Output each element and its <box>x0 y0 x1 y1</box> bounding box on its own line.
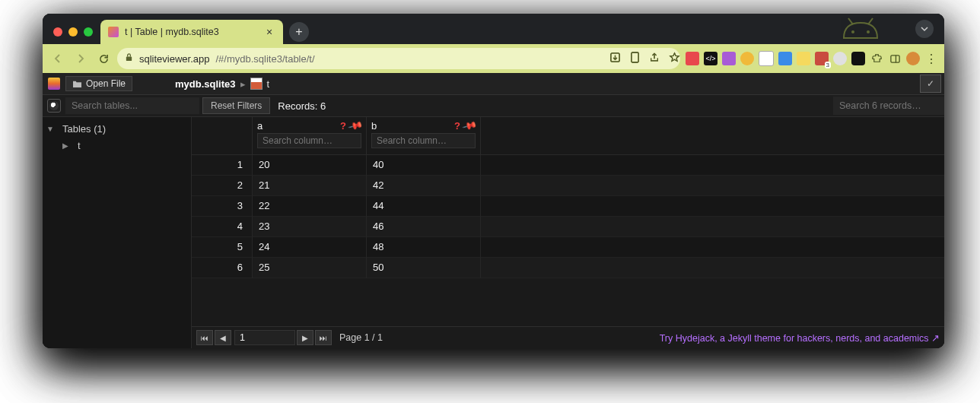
cell[interactable]: 42 <box>367 176 481 196</box>
sidebar-item-label: t <box>78 140 81 151</box>
open-file-button[interactable]: Open File <box>65 76 132 91</box>
cell[interactable]: 22 <box>253 196 367 217</box>
reader-icon[interactable] <box>628 52 641 65</box>
install-app-icon[interactable] <box>609 52 621 65</box>
chevron-down-icon: ▼ <box>43 125 58 133</box>
extension-icon[interactable] <box>759 51 774 66</box>
side-panel-icon[interactable] <box>888 52 902 65</box>
row-number[interactable]: 6 <box>192 258 253 278</box>
column-type-unknown-icon[interactable]: ? <box>454 120 460 132</box>
header-spacer <box>481 117 944 155</box>
grid-footer: ⏮ ◀ ▶ ⏭ Page 1 / 1 Try Hydejack, a Jekyl… <box>192 326 944 348</box>
reload-button[interactable] <box>94 49 113 68</box>
app-side-icon[interactable] <box>47 99 61 113</box>
forward-button[interactable] <box>72 49 90 68</box>
cell[interactable]: 23 <box>253 217 367 237</box>
extension-icon[interactable]: 3 <box>815 52 829 65</box>
reset-filters-button[interactable]: Reset Filters <box>202 97 270 114</box>
minimize-window-button[interactable] <box>68 27 78 36</box>
profile-avatar[interactable] <box>906 52 920 65</box>
tab-overflow-button[interactable] <box>915 20 934 38</box>
cell[interactable]: 25 <box>253 258 367 278</box>
app-logo[interactable] <box>43 73 65 94</box>
promo-link[interactable]: Try Hydejack, a Jekyll theme for hackers… <box>660 332 940 344</box>
selection-tool-button[interactable]: ✓ <box>920 75 941 93</box>
row-number[interactable]: 3 <box>192 196 253 217</box>
cell[interactable]: 21 <box>253 176 367 196</box>
next-page-button[interactable]: ▶ <box>297 330 313 345</box>
app-toolbar: Open File mydb.sqlite3 ▸ t ✓ <box>43 73 944 95</box>
search-tables-input[interactable] <box>65 97 199 114</box>
pin-icon[interactable]: 📌 <box>347 118 363 134</box>
extension-icon[interactable] <box>797 52 810 65</box>
row-number[interactable]: 4 <box>192 217 253 237</box>
cell[interactable]: 44 <box>367 196 481 217</box>
row-number-header <box>192 117 253 155</box>
breadcrumb-table[interactable]: t <box>267 78 270 90</box>
sidebar: ▼ Tables (1) ▶ t <box>43 117 192 348</box>
cell[interactable]: 48 <box>367 237 481 258</box>
cell[interactable]: 40 <box>367 155 481 176</box>
url-path: /#/mydb.sqlite3/table/t/ <box>216 53 315 65</box>
column-header-a[interactable]: a ? 📌 <box>253 117 367 155</box>
cell[interactable]: 20 <box>253 155 367 176</box>
app-split: ▼ Tables (1) ▶ t a ? 📌 <box>43 117 944 348</box>
sidebar-group-label: Tables (1) <box>62 123 106 135</box>
records-count: Records: 6 <box>278 100 326 112</box>
tab-favicon <box>108 27 119 37</box>
share-icon[interactable] <box>648 52 660 65</box>
grid-wrap: a ? 📌 b ? 📌 <box>192 117 944 348</box>
breadcrumb-database[interactable]: mydb.sqlite3 <box>175 78 235 90</box>
column-search-input[interactable] <box>371 133 476 148</box>
column-name: a <box>257 120 262 132</box>
browser-tab[interactable]: t | Table | mydb.sqlite3 × <box>100 20 283 44</box>
extensions-menu-icon[interactable] <box>870 52 883 65</box>
search-records-input[interactable] <box>833 97 944 115</box>
chevron-right-icon: ▶ <box>58 141 73 150</box>
folder-icon <box>72 80 82 88</box>
column-header-b[interactable]: b ? 📌 <box>367 117 481 155</box>
cell[interactable]: 24 <box>253 237 367 258</box>
cell[interactable]: 46 <box>367 217 481 237</box>
back-button[interactable] <box>49 49 67 68</box>
svg-rect-15 <box>631 52 638 62</box>
row-number[interactable]: 1 <box>192 155 253 176</box>
extension-icon[interactable] <box>851 52 865 65</box>
row-number[interactable]: 5 <box>192 237 253 258</box>
first-page-button[interactable]: ⏮ <box>196 330 213 345</box>
kebab-menu-icon[interactable]: ⋮ <box>924 52 938 65</box>
svg-point-9 <box>851 30 854 33</box>
page-number-input[interactable] <box>234 330 295 345</box>
cell-spacer <box>481 237 944 258</box>
app-filter-row: Reset Filters Records: 6 <box>43 95 944 117</box>
zoom-window-button[interactable] <box>84 27 93 36</box>
sidebar-item-t[interactable]: ▶ t <box>43 137 191 154</box>
extension-icon[interactable] <box>740 52 754 65</box>
sqlite-viewer-app: Open File mydb.sqlite3 ▸ t ✓ Reset Filte… <box>43 73 944 348</box>
close-window-button[interactable] <box>53 27 62 36</box>
extension-icon[interactable] <box>722 52 736 65</box>
extension-icon[interactable] <box>833 52 847 65</box>
cell-spacer <box>481 176 944 196</box>
extension-icon[interactable] <box>778 52 792 65</box>
cell[interactable]: 50 <box>367 258 481 278</box>
close-tab-button[interactable]: × <box>263 26 275 38</box>
column-search-input[interactable] <box>257 133 361 148</box>
extension-icon[interactable] <box>686 52 699 65</box>
bookmark-star-icon[interactable] <box>668 52 680 65</box>
promo-text: Try Hydejack, a Jekyll theme for hackers… <box>660 333 940 344</box>
new-tab-button[interactable]: + <box>289 22 309 42</box>
extension-icon[interactable]: </> <box>704 52 718 65</box>
column-name: b <box>371 120 377 132</box>
omnibox[interactable]: sqliteviewer.app/#/mydb.sqlite3/table/t/ <box>117 48 680 69</box>
svg-line-11 <box>848 18 853 24</box>
row-number[interactable]: 2 <box>192 176 253 196</box>
pin-icon[interactable]: 📌 <box>461 118 477 134</box>
cell-spacer <box>481 155 944 176</box>
prev-page-button[interactable]: ◀ <box>215 330 231 345</box>
cell-spacer <box>481 196 944 217</box>
page-label: Page 1 / 1 <box>339 332 383 343</box>
column-type-unknown-icon[interactable]: ? <box>340 120 346 132</box>
last-page-button[interactable]: ⏭ <box>315 330 332 345</box>
sidebar-group[interactable]: ▼ Tables (1) <box>43 120 191 137</box>
